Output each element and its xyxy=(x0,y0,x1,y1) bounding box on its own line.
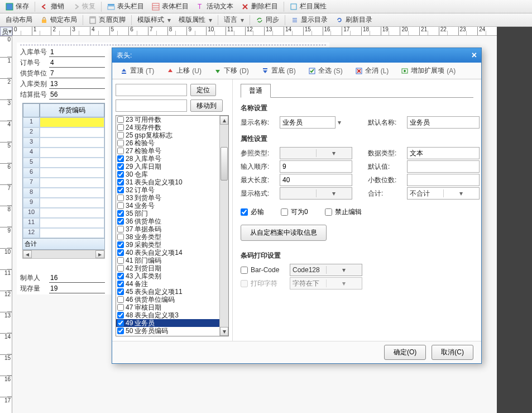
list-item[interactable]: 48表头自定义项3 xyxy=(116,311,219,319)
inp-f1[interactable] xyxy=(49,48,105,57)
btn-selectall[interactable]: 全选(S) xyxy=(304,64,347,77)
tb-locklayout[interactable]: 锁定布局 xyxy=(37,14,80,26)
scroll-thumb[interactable] xyxy=(221,147,228,181)
inp-f2[interactable] xyxy=(49,58,105,68)
list-item[interactable]: 29入库日期 xyxy=(116,163,219,170)
list-vscroll[interactable]: ▴ ▾ xyxy=(219,116,228,336)
list-item[interactable]: 25gsp复核标志 xyxy=(116,131,219,139)
chevron-down-icon[interactable]: ▾ xyxy=(338,118,341,126)
tb-active-text[interactable]: T活动文本 xyxy=(193,1,237,12)
table-row[interactable]: 12 xyxy=(23,228,104,238)
close-icon[interactable]: × xyxy=(472,50,477,60)
combo-sum[interactable]: 不合计▾ xyxy=(407,187,480,200)
chk-printchar[interactable]: 打印字符 xyxy=(241,279,285,288)
combo-reftype[interactable]: ▾ xyxy=(280,147,352,159)
combo-barcode[interactable]: Code128▾ xyxy=(290,264,362,276)
list-item[interactable]: 37单据条码 xyxy=(116,225,219,233)
inp-f4[interactable] xyxy=(49,79,105,89)
tb-tplstyle[interactable]: 模版样式▾ xyxy=(134,14,174,26)
cancel-button[interactable]: 取消(C) xyxy=(432,345,473,360)
inp-defval[interactable] xyxy=(407,160,480,173)
inp-maxlen[interactable] xyxy=(280,174,352,186)
ok-button[interactable]: 确定(O) xyxy=(384,345,426,360)
btn-bottom[interactable]: 置底(B) xyxy=(257,64,300,77)
chk-barcode[interactable]: Bar-Code xyxy=(241,266,285,274)
inp-f3[interactable] xyxy=(49,69,105,78)
list-item[interactable]: 50业务员编码 xyxy=(116,327,219,335)
list-item[interactable]: 43入库类别 xyxy=(116,272,219,280)
combo-dispfmt[interactable]: ▾ xyxy=(280,187,352,200)
table-row[interactable]: 11 xyxy=(23,218,104,228)
table-row[interactable]: 8 xyxy=(23,188,104,198)
inp-b2[interactable] xyxy=(49,284,105,293)
list-item[interactable]: 40表头自定义项14 xyxy=(116,249,219,257)
list-item[interactable]: 42到货日期 xyxy=(116,264,219,272)
tb-lang[interactable]: 语言▾ xyxy=(221,14,247,26)
list-item[interactable]: 38业务类型 xyxy=(116,233,219,241)
table-row[interactable]: 5 xyxy=(23,158,104,168)
tb-sync[interactable]: 同步 xyxy=(252,14,282,26)
tb-undo[interactable]: 撤销 xyxy=(37,1,68,12)
btn-readarchive[interactable]: 从自定档案中读取信息 xyxy=(241,225,327,241)
list-item[interactable]: 27检验单号 xyxy=(116,147,219,155)
locate-input[interactable] xyxy=(116,84,187,96)
lbl-dec: 小数位数: xyxy=(368,175,402,185)
tb-head-col[interactable]: 表头栏目 xyxy=(104,1,147,12)
tb-body-col[interactable]: 表体栏目 xyxy=(148,1,192,12)
table-row[interactable]: 9 xyxy=(23,198,104,208)
btn-up[interactable]: 上移(U) xyxy=(162,64,206,77)
btn-addext[interactable]: 增加扩展项(A) xyxy=(396,64,460,77)
scroll-up-icon[interactable]: ▴ xyxy=(220,116,228,125)
btn-top[interactable]: 置顶(T) xyxy=(116,64,159,77)
list-item[interactable]: 34业务号 xyxy=(116,202,219,210)
list-item[interactable]: 31表头自定义项10 xyxy=(116,178,219,186)
list-item[interactable]: 23可用件数 xyxy=(116,116,219,124)
btn-down[interactable]: 下移(D) xyxy=(209,64,253,77)
scroll-down-icon[interactable]: ▾ xyxy=(220,327,228,336)
inp-b1[interactable] xyxy=(49,273,105,283)
detail-grid[interactable]: 存货编码 123456789101112 合计 xyxy=(22,103,105,250)
inp-dec[interactable] xyxy=(407,174,480,186)
tb-col-prop[interactable]: 栏目属性 xyxy=(286,1,330,12)
table-row[interactable]: 2 xyxy=(23,127,104,137)
grid-hscroll[interactable]: ◂▸ xyxy=(22,250,105,259)
tb-headerfooter[interactable]: 页眉页脚 xyxy=(85,14,129,26)
tb-tplattr[interactable]: 模版属性▾ xyxy=(175,14,215,26)
list-item[interactable]: 28入库单号 xyxy=(116,155,219,163)
list-item[interactable]: 46供货单位编码 xyxy=(116,296,219,303)
grid-header[interactable]: 存货编码 xyxy=(40,103,104,117)
table-row[interactable]: 7 xyxy=(23,178,104,188)
chk-required[interactable]: 必输 xyxy=(241,207,264,217)
inp-defname[interactable] xyxy=(407,116,480,129)
inp-inorder[interactable] xyxy=(280,160,352,173)
table-row[interactable]: 10 xyxy=(23,208,104,218)
table-row[interactable]: 3 xyxy=(23,137,104,148)
tb-del-col[interactable]: 删除栏目 xyxy=(238,1,281,12)
moveto-button[interactable]: 移动到 xyxy=(190,99,223,112)
tb-autolayout[interactable]: 自动布局 xyxy=(2,14,36,26)
list-item[interactable]: 36供货单位 xyxy=(116,217,219,225)
lbl-dispname: 显示名称: xyxy=(241,118,275,127)
inp-f5[interactable] xyxy=(49,90,105,99)
list-item[interactable]: 41部门编码 xyxy=(116,257,219,264)
table-row[interactable]: 1 xyxy=(23,117,104,127)
chk-readonly[interactable]: 禁止编辑 xyxy=(325,207,362,217)
locate-button[interactable]: 定位 xyxy=(190,84,216,96)
tb-save[interactable]: 保存 xyxy=(2,1,32,12)
list-item[interactable]: 33到货单号 xyxy=(116,194,219,202)
tab-general[interactable]: 普通 xyxy=(241,84,271,98)
table-row[interactable]: 4 xyxy=(23,148,104,158)
btn-clearall[interactable]: 全消(L) xyxy=(351,64,394,77)
moveto-input[interactable] xyxy=(116,99,187,112)
dialog-titlebar[interactable]: 表头: × xyxy=(112,48,481,63)
list-item[interactable]: 26检验号 xyxy=(116,139,219,147)
column-listbox[interactable]: 23可用件数24现存件数25gsp复核标志26检验号27检验单号28入库单号29… xyxy=(116,115,229,336)
inp-dispname[interactable] xyxy=(280,116,336,129)
table-row[interactable]: 6 xyxy=(23,168,104,178)
svg-rect-2 xyxy=(108,6,114,10)
tb-refreshtoc[interactable]: 刷新目录 xyxy=(332,14,376,26)
list-item[interactable]: 32订单号 xyxy=(116,186,219,194)
chk-allowzero[interactable]: 可为0 xyxy=(281,207,308,217)
list-item[interactable]: 35部门 xyxy=(116,210,219,217)
tb-showtoc[interactable]: 显示目录 xyxy=(287,14,331,26)
